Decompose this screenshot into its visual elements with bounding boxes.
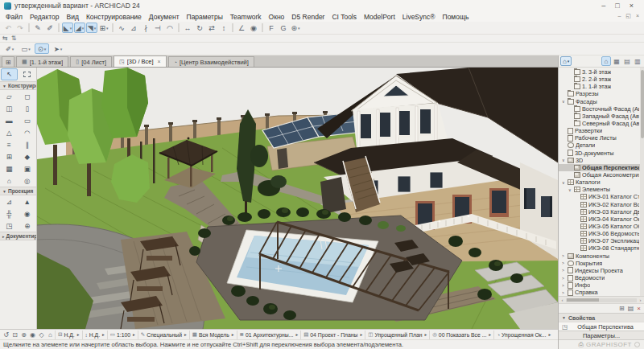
beam-tool-icon[interactable]: ▬	[0, 114, 19, 126]
tree-item[interactable]: ∨3D	[559, 157, 644, 164]
settings-icon[interactable]: ⊛▾	[290, 23, 301, 33]
toolbox-section-projection[interactable]: ▼Проекция	[0, 187, 36, 195]
section-tool-icon[interactable]: ⊿	[0, 195, 19, 207]
pen-set-field[interactable]: ✎Специальный▸	[138, 331, 189, 339]
tree-vertical-scrollbar[interactable]	[640, 68, 644, 296]
partial-structure-field[interactable]: ▦Вся Модель▸	[189, 331, 237, 339]
tree-item[interactable]: 3D-документы	[559, 150, 644, 157]
column-tool-icon[interactable]: ▯	[19, 102, 37, 114]
adjust-icon[interactable]: ⊣▾	[152, 23, 163, 33]
menu-item[interactable]: LiveSync®	[402, 13, 436, 21]
tree-item[interactable]: >Индексы Проекта	[559, 267, 644, 274]
separator[interactable]: ▾	[28, 23, 30, 32]
pan-tool-icon[interactable]: ✐▾	[2, 43, 17, 54]
orbit-tool-icon[interactable]: ⊙▾	[35, 43, 49, 54]
tree-expand-arrow[interactable]: ∨	[568, 187, 572, 192]
tree-expand-arrow[interactable]: ∨	[562, 180, 566, 185]
move-icon[interactable]: ↔▾	[182, 23, 193, 33]
tab-close-icon[interactable]: ×	[158, 59, 161, 64]
minimize-button[interactable]: –	[601, 2, 605, 10]
menu-item[interactable]: Параметры	[187, 13, 223, 21]
tree-expand-arrow[interactable]: >	[562, 261, 566, 265]
tree-expand-arrow[interactable]: ∨	[562, 158, 566, 162]
curtain-wall-tool-icon[interactable]: ⊞	[0, 150, 19, 162]
tree-item[interactable]: 3. 3-й этаж	[559, 68, 644, 76]
project-map-icon[interactable]: ⌂	[601, 56, 611, 66]
menu-item[interactable]: Конструирование	[86, 13, 142, 21]
walk-mode-icon[interactable]: ◇	[37, 331, 46, 339]
tab-floor-plan[interactable]: ▦[1. 1-й этаж]×	[16, 56, 68, 67]
tree-item[interactable]: Западный Фасад (Автоматическ	[559, 113, 644, 120]
morph-tool-icon[interactable]: ◆	[19, 150, 37, 162]
railing-tool-icon[interactable]: ∥	[19, 138, 37, 150]
tree-item[interactable]: ИКЭ-04 Каталог Окон	[559, 216, 644, 223]
zone-tool-icon[interactable]: ▣	[19, 162, 37, 174]
menu-item[interactable]: Помощь	[443, 13, 469, 21]
publisher-icon[interactable]: ▥	[633, 56, 642, 66]
tab-layout[interactable]: ▯[04 Лист]×	[70, 56, 112, 67]
toolbox-section-document[interactable]: ▸Документирование	[0, 232, 36, 240]
reset-zoom-icon[interactable]: ↺	[2, 331, 10, 339]
favorites-icon[interactable]: F▾	[266, 23, 277, 33]
elevation-field[interactable]: ↕Н.Д.▸	[82, 331, 107, 339]
menu-item[interactable]: Редактор	[30, 13, 60, 21]
3d-viewport[interactable]	[37, 68, 558, 329]
graphic-override-field[interactable]: ◎00 Показать Все ...▸	[429, 331, 493, 339]
mirror-icon[interactable]: ⇄▾	[206, 23, 217, 33]
scroll-right-icon[interactable]: ›	[638, 298, 643, 302]
close-button[interactable]: ×	[630, 2, 634, 10]
renovation-filter-field[interactable]: ◔Упрощенная Ок...▸	[493, 331, 553, 339]
door-tool-icon[interactable]: ◻	[19, 90, 37, 102]
zoom-box-tool-icon[interactable]: ▭▾	[19, 43, 33, 54]
tree-item[interactable]: 1. 1-й этаж	[559, 83, 644, 90]
separator[interactable]: ▾	[262, 23, 263, 32]
properties-section-header[interactable]: ▼Свойства	[559, 313, 644, 322]
layer-combination-field[interactable]: ≣01 Архитектурны...▸	[237, 331, 301, 339]
view-settings-button[interactable]: Параметры...	[559, 331, 644, 340]
tree-item[interactable]: ИКЭ-08 Стандартный Каталог В	[559, 244, 644, 252]
home-view-icon[interactable]: ⌂	[46, 331, 55, 339]
interior-elevation-tool-icon[interactable]: ╬	[0, 207, 19, 220]
snap-grid-icon[interactable]: ⊞▾	[98, 23, 109, 33]
tree-item[interactable]: Развертки	[559, 127, 644, 134]
maximize-button[interactable]: □	[615, 2, 619, 10]
clone-viewpoint-icon[interactable]: ⊞	[619, 305, 625, 312]
separator[interactable]: ▾	[232, 23, 233, 32]
doc-close-button[interactable]: ×	[636, 13, 639, 19]
marquee-tool-icon[interactable]	[19, 68, 35, 80]
tree-item[interactable]: ∨Каталоги	[559, 179, 644, 186]
object-tool-icon[interactable]: ⌂	[0, 174, 19, 187]
tree-horizontal-scrollbar[interactable]: ‹ ›	[559, 296, 644, 303]
tree-item[interactable]: Рабочие Листы	[559, 134, 644, 142]
separator[interactable]: ▾	[178, 23, 180, 32]
camera-tool-icon[interactable]: ◉	[19, 207, 37, 220]
scroll-left-icon[interactable]: ‹	[559, 298, 565, 302]
tree-item[interactable]: ИКЭ-01 Каталог Стен	[559, 193, 644, 200]
toolbox-section-construct[interactable]: ▼Конструирование	[0, 81, 36, 90]
model-view-options-field[interactable]: ◫Упрощенный План▸	[365, 331, 429, 339]
fillet-icon[interactable]: ◠▾	[164, 23, 175, 33]
menu-item[interactable]: Файл	[6, 13, 23, 21]
trim-icon[interactable]: ⊿▾	[128, 23, 139, 33]
detail-tool-icon[interactable]: ⊕	[19, 220, 37, 232]
stair-tool-icon[interactable]: ≡	[0, 138, 19, 150]
mesh-tool-icon[interactable]: ▦	[0, 162, 19, 174]
tree-item[interactable]: Разрезы	[559, 90, 644, 97]
tree-item[interactable]: >Покрытия	[559, 260, 644, 267]
tree-item[interactable]: >Ведомости	[559, 274, 644, 281]
zoom-icon[interactable]: ⊕	[19, 331, 28, 339]
tree-item[interactable]: ИКЭ-06 Ведомость Проемов	[559, 230, 644, 237]
tab-overview-icon[interactable]: ⊞	[2, 56, 14, 67]
doc-restore-button[interactable]: ◱	[625, 13, 631, 19]
tree-item[interactable]: ИКЭ-05 Каталог Объектов	[559, 223, 644, 230]
separator[interactable]: ▾	[112, 23, 114, 32]
guide-lines-icon[interactable]: ◣▾	[62, 23, 73, 33]
elevation-tool-icon[interactable]: ▲	[19, 195, 37, 207]
rotate-icon[interactable]: ↻▾	[194, 23, 205, 33]
layout-book-icon[interactable]: ▤	[622, 56, 632, 66]
annotate-icon[interactable]: ◉▾	[248, 23, 259, 33]
inject-parameters-icon[interactable]: ✐▾	[44, 23, 56, 33]
teamwork-send-icon[interactable]: ⇆	[2, 35, 8, 42]
scrollbar-thumb[interactable]	[567, 298, 599, 302]
shell-tool-icon[interactable]: ◠	[19, 126, 37, 138]
